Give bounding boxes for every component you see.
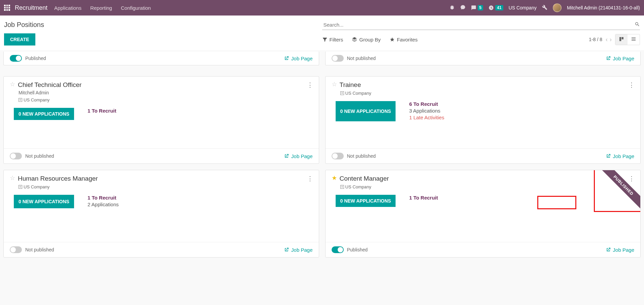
bug-icon[interactable] <box>449 5 455 11</box>
job-card[interactable]: ☆Trainee⋮US Company0 NEW APPLICATIONS6 T… <box>325 76 641 164</box>
company-line: US Company <box>19 184 313 189</box>
layers-icon <box>352 37 357 42</box>
applications-stat[interactable]: 3 Applications <box>409 108 634 114</box>
publish-toggle[interactable] <box>10 246 22 253</box>
nav-link-applications[interactable]: Applications <box>54 5 81 11</box>
stats-column: 6 To Recruit3 Applications1 Late Activit… <box>406 101 634 121</box>
funnel-icon <box>322 37 328 42</box>
favorite-star[interactable]: ★ <box>332 175 337 181</box>
apps-icon[interactable] <box>4 5 10 11</box>
card-body: ★Content Manager⋮US Company0 NEW APPLICA… <box>326 170 641 242</box>
company-name: US Company <box>345 91 371 96</box>
kebab-icon[interactable]: ⋮ <box>629 81 634 89</box>
publish-label: Not published <box>25 153 54 159</box>
to-recruit-stat[interactable]: 1 To Recruit <box>88 108 313 114</box>
card-title: Trainee <box>340 81 361 89</box>
pager-group: 1-8 / 8 ‹ › <box>589 34 640 45</box>
external-link-icon <box>284 56 289 61</box>
job-card[interactable]: ★Content Manager⋮US Company0 NEW APPLICA… <box>325 170 641 257</box>
new-applications-button[interactable]: 0 NEW APPLICATIONS <box>336 195 396 207</box>
publish-label: Published <box>25 56 46 61</box>
user-menu[interactable]: Mitchell Admin (21404131-16-0-all) <box>567 5 640 10</box>
pager-text: 1-8 / 8 <box>589 37 602 42</box>
card-title: Chief Technical Officer <box>18 81 81 89</box>
top-nav: Recruitment Applications Reporting Confi… <box>0 0 644 16</box>
job-page-link[interactable]: Job Page <box>606 56 634 61</box>
search-icon[interactable] <box>635 22 640 28</box>
tools-icon[interactable] <box>542 5 547 11</box>
new-applications-button[interactable]: 0 NEW APPLICATIONS <box>14 195 74 208</box>
messages-count: 5 <box>478 5 483 10</box>
favorite-star[interactable]: ☆ <box>332 81 337 87</box>
job-page-link[interactable]: Job Page <box>606 153 634 159</box>
nav-link-reporting[interactable]: Reporting <box>90 5 112 11</box>
support-icon[interactable] <box>460 5 466 11</box>
card-body: ☆Human Resources Manager⋮US Company0 NEW… <box>4 170 319 242</box>
star-icon <box>389 37 395 42</box>
groupby-label: Group By <box>359 37 380 42</box>
groupby-button[interactable]: Group By <box>352 34 380 45</box>
page-title: Job Positions <box>4 18 44 31</box>
search-wrap <box>322 20 640 30</box>
stats-column: 1 To Recruit <box>84 108 313 120</box>
new-applications-button[interactable]: 0 NEW APPLICATIONS <box>336 101 396 121</box>
control-bar: Job Positions CREATE Filters Group By Fa… <box>0 16 644 50</box>
to-recruit-stat[interactable]: 1 To Recruit <box>88 195 313 201</box>
job-page-link[interactable]: Job Page <box>284 247 312 253</box>
to-recruit-stat[interactable]: 1 To Recruit <box>409 195 634 201</box>
card-footer-partial: Published Job Page <box>3 52 319 65</box>
activities-badge[interactable]: 41 <box>488 5 503 10</box>
company-name: US Company <box>24 184 49 189</box>
nav-link-configuration[interactable]: Configuration <box>121 5 151 11</box>
publish-label: Not published <box>347 56 376 61</box>
publish-toggle[interactable] <box>10 153 22 159</box>
external-link-icon <box>284 153 289 159</box>
search-input[interactable] <box>322 20 635 30</box>
job-page-link[interactable]: Job Page <box>606 247 634 253</box>
card-footer: Not publishedJob Page <box>326 148 641 163</box>
kebab-icon[interactable]: ⋮ <box>307 175 313 182</box>
external-link-icon <box>606 56 611 61</box>
publish-toggle[interactable] <box>332 246 344 253</box>
favorite-star[interactable]: ☆ <box>10 175 15 181</box>
card-title: Content Manager <box>340 175 389 182</box>
favorites-button[interactable]: Favorites <box>389 34 418 45</box>
kanban-area[interactable]: Published Job Page Not published Job Pag… <box>0 50 644 305</box>
job-card[interactable]: ☆Human Resources Manager⋮US Company0 NEW… <box>3 170 319 257</box>
publish-toggle[interactable] <box>332 55 344 62</box>
applications-stat[interactable]: 2 Applications <box>88 202 313 207</box>
view-list[interactable] <box>628 34 640 45</box>
kebab-icon[interactable]: ⋮ <box>307 81 313 89</box>
publish-toggle[interactable] <box>332 153 344 159</box>
favorite-star[interactable]: ☆ <box>10 81 15 87</box>
company-line: US Company <box>340 91 635 96</box>
company-name: US Company <box>345 184 371 189</box>
company-switcher[interactable]: US Company <box>509 5 537 10</box>
filters-label: Filters <box>330 37 343 42</box>
pager-next[interactable]: › <box>610 36 612 43</box>
kebab-icon[interactable]: ⋮ <box>629 175 634 182</box>
app-brand[interactable]: Recruitment <box>15 4 47 11</box>
new-applications-button[interactable]: 0 NEW APPLICATIONS <box>14 108 74 120</box>
card-subtitle: Mitchell Admin <box>19 90 313 95</box>
company-line: US Company <box>340 184 635 189</box>
nav-links: Applications Reporting Configuration <box>54 5 151 11</box>
avatar[interactable] <box>553 3 562 12</box>
to-recruit-stat[interactable]: 6 To Recruit <box>409 101 634 107</box>
job-card[interactable]: ☆Chief Technical Officer⋮Mitchell AdminU… <box>3 76 319 164</box>
activities-count: 41 <box>495 5 503 10</box>
job-page-link[interactable]: Job Page <box>284 56 312 61</box>
messages-badge[interactable]: 5 <box>471 5 483 10</box>
company-name: US Company <box>24 97 49 102</box>
card-title: Human Resources Manager <box>18 175 98 182</box>
view-kanban[interactable] <box>615 34 628 45</box>
create-button[interactable]: CREATE <box>4 33 35 45</box>
external-link-icon <box>606 247 611 252</box>
stats-column: 1 To Recruit2 Applications <box>84 195 313 208</box>
late-activities-stat[interactable]: 1 Late Activities <box>409 115 634 120</box>
pager-prev[interactable]: ‹ <box>606 36 608 43</box>
job-page-link[interactable]: Job Page <box>284 153 312 159</box>
filters-button[interactable]: Filters <box>322 34 343 45</box>
publish-toggle[interactable] <box>10 55 22 62</box>
nav-right: 5 41 US Company Mitchell Admin (21404131… <box>449 3 640 12</box>
